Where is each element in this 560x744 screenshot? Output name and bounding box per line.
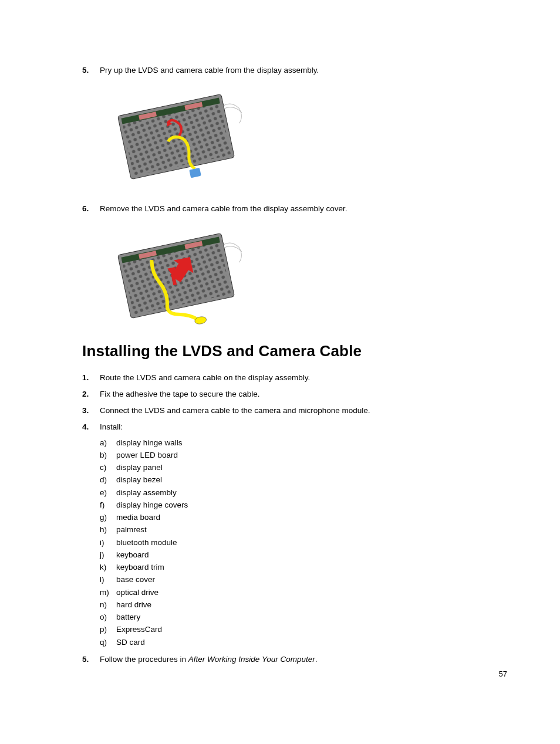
step-number: 3.: [82, 405, 100, 417]
step-text: Pry up the LVDS and camera cable from th…: [100, 65, 507, 76]
display-assembly-figure-1: [100, 81, 252, 192]
sub-item-h: h)palmrest: [100, 524, 507, 536]
figure-step6: [100, 220, 507, 332]
svg-rect-6: [189, 168, 201, 178]
step-text: Follow the procedures in After Working I…: [100, 654, 507, 665]
step-5: 5. Pry up the LVDS and camera cable from…: [82, 65, 507, 76]
sub-item-a: a)display hinge walls: [100, 437, 507, 449]
sub-item-j: j)keyboard: [100, 549, 507, 561]
sub-item-q: q)SD card: [100, 637, 507, 648]
sub-item-i: i)bluetooth module: [100, 537, 507, 549]
reference-link: After Working Inside Your Computer: [188, 655, 315, 664]
sub-item-b: b)power LED board: [100, 449, 507, 461]
install-step-4: 4. Install: a)display hinge walls b)powe…: [82, 421, 507, 649]
step-text: Remove the LVDS and camera cable from th…: [100, 203, 507, 215]
figure-step5: [100, 81, 507, 192]
sub-item-k: k)keyboard trim: [100, 562, 507, 573]
sub-item-l: l)base cover: [100, 574, 507, 586]
step-text: Fix the adhesive the tape to secure the …: [100, 388, 507, 400]
display-assembly-figure-2: [100, 220, 252, 332]
step-text: Install: a)display hinge walls b)power L…: [100, 421, 507, 649]
install-step-2: 2. Fix the adhesive the tape to secure t…: [82, 388, 507, 400]
sub-item-e: e)display assembly: [100, 487, 507, 499]
sub-item-g: g)media board: [100, 512, 507, 523]
step-number: 4.: [82, 421, 100, 649]
install-step-5: 5. Follow the procedures in After Workin…: [82, 654, 507, 665]
sub-item-n: n)hard drive: [100, 599, 507, 611]
sub-item-d: d)display bezel: [100, 474, 507, 486]
install-step-1: 1. Route the LVDS and camera cable on th…: [82, 372, 507, 384]
step-number: 2.: [82, 388, 100, 400]
install-step-3: 3. Connect the LVDS and camera cable to …: [82, 405, 507, 417]
page-number: 57: [499, 669, 507, 678]
step-number: 5.: [82, 65, 100, 76]
step-text: Route the LVDS and camera cable on the d…: [100, 372, 507, 384]
sub-item-c: c)display panel: [100, 462, 507, 474]
step-4-label: Install:: [100, 422, 123, 431]
sub-item-p: p)ExpressCard: [100, 624, 507, 635]
step-number: 6.: [82, 203, 100, 215]
section-heading: Installing the LVDS and Camera Cable: [82, 342, 507, 360]
sub-item-o: o)battery: [100, 611, 507, 623]
step-6: 6. Remove the LVDS and camera cable from…: [82, 203, 507, 215]
step-number: 5.: [82, 654, 100, 665]
step-number: 1.: [82, 372, 100, 384]
step-text: Connect the LVDS and camera cable to the…: [100, 405, 507, 417]
sub-item-f: f)display hinge covers: [100, 499, 507, 511]
sub-item-m: m)optical drive: [100, 587, 507, 598]
install-sublist: a)display hinge walls b)power LED board …: [100, 437, 507, 648]
